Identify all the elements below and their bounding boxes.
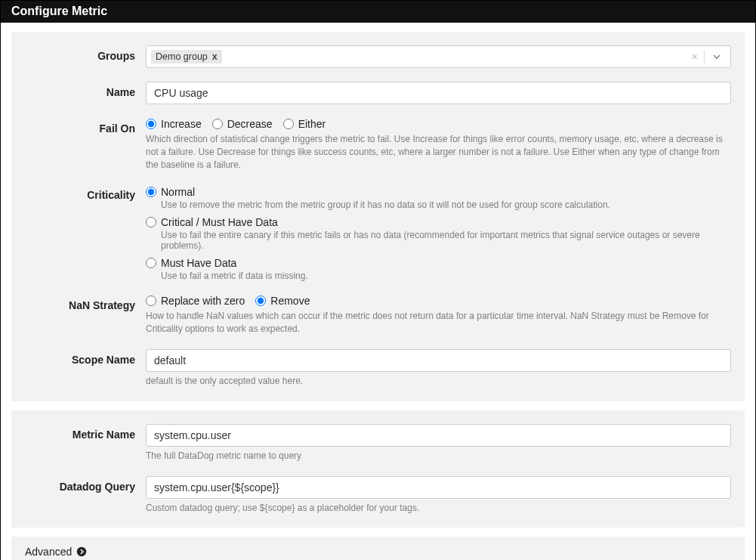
criticality-normal-label: Normal (161, 186, 195, 198)
criticality-normal-help: Use to remove the metric from the metric… (161, 200, 731, 210)
fail-on-help: Which direction of statistical change tr… (146, 133, 731, 171)
fail-on-decrease-label: Decrease (227, 118, 273, 130)
section-general: Groups Demo group x × (11, 32, 745, 401)
metric-name-help: The full DataDog metric name to query (146, 450, 731, 463)
datadog-query-help: Custom datadog query; use ${scope} as a … (146, 502, 731, 515)
groups-clear-icon[interactable]: × (686, 51, 704, 63)
modal-body: Groups Demo group x × (1, 23, 755, 560)
nan-replace-label: Replace with zero (161, 295, 245, 307)
label-fail-on: Fail On (25, 118, 146, 135)
criticality-critical-item[interactable]: Critical / Must Have Data (146, 216, 731, 228)
nan-help: How to handle NaN values which can occur… (146, 310, 731, 336)
fail-on-decrease[interactable]: Decrease (212, 118, 273, 130)
fail-on-decrease-radio[interactable] (212, 119, 223, 129)
criticality-critical-label: Critical / Must Have Data (161, 216, 278, 228)
criticality-must-have-item[interactable]: Must Have Data (146, 257, 731, 269)
label-nan: NaN Strategy (25, 295, 146, 311)
groups-tag-remove-icon[interactable]: x (212, 51, 218, 62)
label-datadog-query: Datadog Query (25, 476, 146, 493)
fail-on-increase-label: Increase (161, 118, 202, 130)
groups-select[interactable]: Demo group x × (146, 45, 731, 68)
criticality-must-have-radio[interactable] (146, 258, 156, 268)
row-datadog-query: Datadog Query Custom datadog query; use … (25, 470, 731, 515)
chevron-down-icon (712, 52, 721, 61)
criticality-critical-help: Use to fail the entire canary if this me… (161, 230, 731, 251)
nan-remove-radio[interactable] (255, 295, 266, 306)
metric-name-input[interactable] (146, 424, 731, 447)
label-criticality: Criticality (25, 184, 146, 201)
modal-title: Configure Metric (1, 1, 755, 23)
scope-name-help: default is the only accepted value here. (146, 375, 731, 388)
fail-on-increase-radio[interactable] (146, 119, 156, 129)
criticality-must-have-help: Use to fail a metric if data is missing. (161, 271, 731, 281)
row-fail-on: Fail On Increase Decrease Ei (25, 112, 731, 171)
criticality-normal: Normal Use to remove the metric from the… (146, 186, 731, 210)
criticality-options: Normal Use to remove the metric from the… (146, 186, 731, 281)
svg-point-0 (77, 547, 86, 556)
row-name: Name (25, 76, 731, 104)
advanced-toggle[interactable]: Advanced (25, 546, 731, 558)
fail-on-either-radio[interactable] (283, 119, 294, 129)
criticality-normal-radio[interactable] (146, 187, 156, 197)
name-input[interactable] (146, 82, 731, 104)
nan-remove-label: Remove (270, 295, 310, 307)
fail-on-increase[interactable]: Increase (146, 118, 202, 130)
label-scope-name: Scope Name (25, 349, 146, 366)
nan-remove[interactable]: Remove (255, 295, 310, 307)
section-advanced: Advanced (11, 537, 745, 560)
groups-tag: Demo group x (151, 50, 222, 63)
row-criticality: Criticality Normal Use to remove the met… (25, 178, 731, 281)
configure-metric-modal: Configure Metric Groups Demo group x × (0, 0, 756, 560)
row-nan: NaN Strategy Replace with zero Remove Ho… (25, 289, 731, 336)
section-datadog: Metric Name The full DataDog metric name… (11, 410, 745, 528)
criticality-must-have: Must Have Data Use to fail a metric if d… (146, 257, 731, 281)
label-name: Name (25, 82, 146, 98)
criticality-must-have-label: Must Have Data (161, 257, 236, 269)
datadog-query-input[interactable] (146, 476, 731, 499)
chevron-right-circle-icon (76, 546, 87, 557)
groups-tag-label: Demo group (156, 51, 208, 62)
advanced-label: Advanced (25, 546, 72, 558)
label-groups: Groups (25, 45, 146, 62)
fail-on-either[interactable]: Either (283, 118, 326, 130)
nan-replace[interactable]: Replace with zero (146, 295, 245, 307)
groups-dropdown-toggle[interactable] (705, 52, 726, 61)
fail-on-either-label: Either (298, 118, 326, 130)
nan-options: Replace with zero Remove (146, 295, 731, 307)
row-metric-name: Metric Name The full DataDog metric name… (25, 418, 731, 463)
row-scope-name: Scope Name default is the only accepted … (25, 343, 731, 388)
criticality-critical: Critical / Must Have Data Use to fail th… (146, 216, 731, 251)
criticality-critical-radio[interactable] (146, 217, 156, 227)
row-groups: Groups Demo group x × (25, 39, 731, 68)
criticality-normal-item[interactable]: Normal (146, 186, 731, 198)
fail-on-options: Increase Decrease Either (146, 118, 731, 130)
scope-name-input[interactable] (146, 349, 731, 372)
label-metric-name: Metric Name (25, 424, 146, 441)
nan-replace-radio[interactable] (146, 295, 156, 306)
